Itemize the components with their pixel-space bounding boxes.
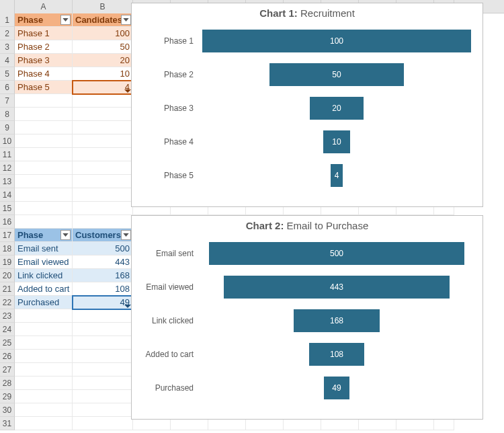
funnel-bar[interactable]: 10 — [323, 130, 350, 153]
row-header-21[interactable]: 21 — [0, 282, 15, 296]
row-header-23[interactable]: 23 — [0, 309, 15, 323]
funnel-bar[interactable]: 49 — [324, 377, 349, 399]
cell-B15[interactable] — [73, 202, 133, 215]
cell-A3[interactable]: Phase 2 — [15, 40, 73, 54]
funnel-bar[interactable]: 168 — [294, 309, 380, 332]
cell-B5[interactable]: 10 — [73, 67, 133, 81]
cell-B18[interactable]: 500 — [73, 242, 133, 255]
row-header-30[interactable]: 30 — [0, 403, 15, 417]
row-header-25[interactable]: 25 — [0, 336, 15, 350]
cell-A9[interactable] — [15, 121, 73, 134]
cell-A4[interactable]: Phase 3 — [15, 54, 73, 67]
cell-B27[interactable] — [73, 363, 133, 377]
cell-B13[interactable] — [73, 175, 133, 188]
cell-A1[interactable]: Phase — [15, 13, 73, 27]
cell-B26[interactable] — [73, 350, 133, 363]
row-header-20[interactable]: 20 — [0, 269, 15, 282]
filter-dropdown-icon[interactable] — [60, 15, 71, 25]
row-header-3[interactable]: 3 — [0, 40, 15, 54]
row-header-15[interactable]: 15 — [0, 202, 15, 215]
cell-A28[interactable] — [15, 377, 73, 390]
cell-A27[interactable] — [15, 363, 73, 377]
cell-B7[interactable] — [73, 94, 133, 108]
fill-handle-icon[interactable] — [124, 89, 131, 93]
row-header-10[interactable]: 10 — [0, 134, 15, 148]
cell-A19[interactable]: Email viewed — [15, 255, 73, 269]
cell-B4[interactable]: 20 — [73, 54, 133, 67]
cell-A15[interactable] — [15, 202, 73, 215]
cell-B11[interactable] — [73, 148, 133, 161]
row-header-29[interactable]: 29 — [0, 390, 15, 403]
cell-B24[interactable] — [73, 323, 133, 336]
funnel-bar[interactable]: 20 — [310, 97, 364, 120]
cell-A21[interactable]: Added to cart — [15, 282, 73, 296]
row-header-12[interactable]: 12 — [0, 161, 15, 175]
cell-B14[interactable] — [73, 188, 133, 202]
row-header-28[interactable]: 28 — [0, 377, 15, 390]
cell-A29[interactable] — [15, 390, 73, 403]
funnel-bar[interactable]: 108 — [309, 343, 364, 366]
cell-A7[interactable] — [15, 94, 73, 108]
cell-A8[interactable] — [15, 108, 73, 121]
cell-B9[interactable] — [73, 121, 133, 134]
cell-A14[interactable] — [15, 188, 73, 202]
cell-A5[interactable]: Phase 4 — [15, 67, 73, 81]
select-all-corner[interactable] — [0, 0, 15, 13]
cell-B1[interactable]: Candidates — [73, 13, 133, 27]
cell-A30[interactable] — [15, 403, 73, 417]
row-header-19[interactable]: 19 — [0, 255, 15, 269]
cell-B8[interactable] — [73, 108, 133, 121]
row-header-7[interactable]: 7 — [0, 94, 15, 108]
filter-dropdown-icon[interactable] — [60, 230, 71, 240]
cell-A18[interactable]: Email sent — [15, 242, 73, 255]
funnel-bar[interactable]: 443 — [224, 276, 450, 299]
row-header-17[interactable]: 17 — [0, 229, 15, 242]
cell-A17[interactable]: Phase — [15, 229, 73, 242]
cell-B17[interactable]: Customers — [73, 229, 133, 242]
row-header-5[interactable]: 5 — [0, 67, 15, 81]
cell-A10[interactable] — [15, 134, 73, 148]
cell-A25[interactable] — [15, 336, 73, 350]
cell-A31[interactable] — [15, 417, 73, 430]
row-header-6[interactable]: 6 — [0, 81, 15, 94]
chart-email-to-purchase[interactable]: Chart 2: Email to Purchase Email sent500… — [131, 215, 483, 420]
funnel-bar[interactable]: 100 — [202, 30, 471, 52]
cell-A24[interactable] — [15, 323, 73, 336]
cell-B12[interactable] — [73, 161, 133, 175]
row-header-11[interactable]: 11 — [0, 148, 15, 161]
row-header-26[interactable]: 26 — [0, 350, 15, 363]
row-header-8[interactable]: 8 — [0, 108, 15, 121]
cell-A2[interactable]: Phase 1 — [15, 27, 73, 40]
cell-B29[interactable] — [73, 390, 133, 403]
row-header-4[interactable]: 4 — [0, 54, 15, 67]
row-header-27[interactable]: 27 — [0, 363, 15, 377]
cell-B16[interactable] — [73, 215, 133, 229]
cell-A11[interactable] — [15, 148, 73, 161]
cell-A12[interactable] — [15, 161, 73, 175]
col-header-B[interactable]: B — [73, 0, 133, 13]
row-header-13[interactable]: 13 — [0, 175, 15, 188]
row-header-24[interactable]: 24 — [0, 323, 15, 336]
cell-B23[interactable] — [73, 309, 133, 323]
cell-B25[interactable] — [73, 336, 133, 350]
cell-B6[interactable]: 4 — [73, 81, 133, 94]
row-header-22[interactable]: 22 — [0, 296, 15, 309]
cell-B3[interactable]: 50 — [73, 40, 133, 54]
cell-B19[interactable]: 443 — [73, 255, 133, 269]
cell-A22[interactable]: Purchased — [15, 296, 73, 309]
cell-A13[interactable] — [15, 175, 73, 188]
fill-handle-icon[interactable] — [124, 305, 131, 308]
row-header-2[interactable]: 2 — [0, 27, 15, 40]
cell-B31[interactable] — [73, 417, 133, 430]
chart-recruitment[interactable]: Chart 1: Recruitment Phase 1100Phase 250… — [131, 3, 483, 207]
cell-B22[interactable]: 49 — [73, 296, 133, 309]
cell-B20[interactable]: 168 — [73, 269, 133, 282]
filter-dropdown-icon[interactable] — [121, 15, 131, 25]
row-header-16[interactable]: 16 — [0, 215, 15, 229]
row-header-18[interactable]: 18 — [0, 242, 15, 255]
col-header-A[interactable]: A — [15, 0, 73, 13]
cell-B30[interactable] — [73, 403, 133, 417]
row-header-9[interactable]: 9 — [0, 121, 15, 134]
funnel-bar[interactable]: 50 — [269, 63, 404, 86]
cell-B2[interactable]: 100 — [73, 27, 133, 40]
